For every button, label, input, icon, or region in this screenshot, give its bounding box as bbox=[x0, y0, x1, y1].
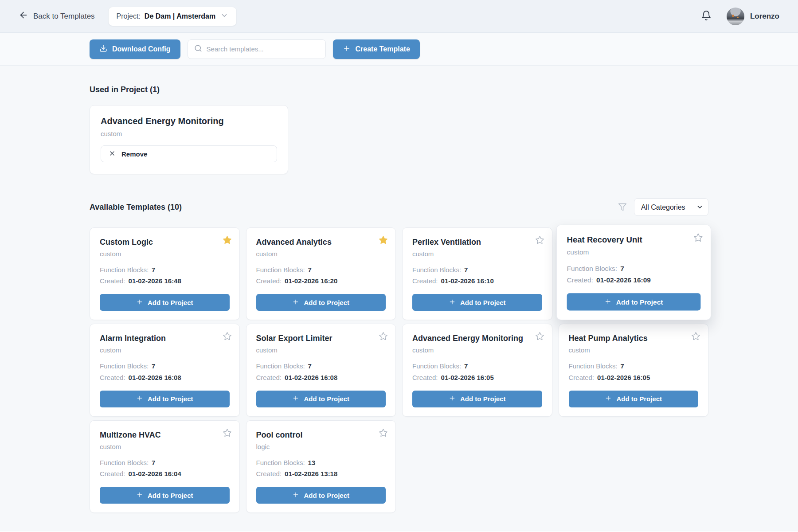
created-row: Created:01-02-2026 16:08 bbox=[256, 372, 386, 383]
plus-icon bbox=[136, 298, 143, 307]
function-blocks-row: Function Blocks:7 bbox=[256, 360, 386, 372]
add-to-project-button[interactable]: Add to Project bbox=[412, 294, 542, 311]
template-card-title: Pool control bbox=[256, 430, 386, 440]
template-card-meta: Function Blocks:7 Created:01-02-2026 16:… bbox=[256, 264, 386, 286]
created-row: Created:01-02-2026 16:08 bbox=[100, 372, 230, 383]
remove-button-label: Remove bbox=[121, 150, 147, 158]
created-row: Created:01-02-2026 16:10 bbox=[412, 275, 542, 286]
download-icon bbox=[99, 44, 107, 54]
template-card: Custom Logic custom Function Blocks:7 Cr… bbox=[90, 227, 240, 320]
template-card-category: custom bbox=[567, 248, 700, 256]
template-card-meta: Function Blocks:7 Created:01-02-2026 16:… bbox=[567, 262, 700, 286]
plus-icon bbox=[292, 491, 299, 500]
template-card-meta: Function Blocks:7 Created:01-02-2026 16:… bbox=[256, 360, 386, 383]
template-card-title: Heat Pump Analytics bbox=[569, 334, 699, 343]
plus-icon bbox=[449, 298, 456, 307]
download-config-label: Download Config bbox=[112, 45, 171, 53]
template-card-category: logic bbox=[256, 443, 386, 450]
category-select[interactable]: All Categories bbox=[634, 198, 708, 216]
user-name: Lorenzo bbox=[750, 12, 779, 21]
plus-icon bbox=[343, 44, 351, 54]
add-to-project-button[interactable]: Add to Project bbox=[567, 293, 700, 311]
add-to-project-button[interactable]: Add to Project bbox=[412, 391, 542, 407]
template-card-meta: Function Blocks:7 Created:01-02-2026 16:… bbox=[100, 264, 230, 286]
created-row: Created:01-02-2026 16:05 bbox=[569, 372, 699, 383]
plus-icon bbox=[604, 297, 611, 306]
plus-icon bbox=[292, 395, 299, 403]
toolbar: Download Config Create Template bbox=[0, 33, 798, 66]
template-card: Alarm Integration custom Function Blocks… bbox=[90, 324, 240, 416]
project-label: Project: bbox=[117, 12, 141, 20]
template-card: Advanced Analytics custom Function Block… bbox=[246, 227, 396, 320]
favorite-star-icon[interactable] bbox=[690, 331, 701, 342]
template-card-meta: Function Blocks:7 Created:01-02-2026 16:… bbox=[412, 264, 542, 286]
project-selector[interactable]: Project: De Dam | Amsterdam bbox=[108, 7, 237, 26]
user-menu[interactable]: Lorenzo bbox=[727, 8, 779, 25]
template-card: Pool control logic Function Blocks:13 Cr… bbox=[246, 420, 396, 513]
favorite-star-icon[interactable] bbox=[222, 427, 233, 438]
favorite-star-icon[interactable] bbox=[378, 235, 389, 246]
add-to-project-label: Add to Project bbox=[148, 492, 193, 499]
function-blocks-row: Function Blocks:7 bbox=[100, 360, 230, 372]
create-template-label: Create Template bbox=[356, 45, 410, 53]
download-config-button[interactable]: Download Config bbox=[90, 39, 180, 59]
available-templates-header: Available Templates (10) All Categories bbox=[90, 198, 708, 216]
main-content: Used in Project (1) Advanced Energy Moni… bbox=[0, 66, 798, 531]
add-to-project-button[interactable]: Add to Project bbox=[256, 294, 386, 311]
template-card-meta: Function Blocks:7 Created:01-02-2026 16:… bbox=[100, 360, 230, 383]
used-card-title: Advanced Energy Monitoring bbox=[101, 116, 277, 126]
add-to-project-label: Add to Project bbox=[148, 395, 193, 403]
favorite-star-icon[interactable] bbox=[378, 331, 389, 342]
template-card-title: Heat Recovery Unit bbox=[567, 235, 700, 245]
template-card: Heat Recovery Unit custom Function Block… bbox=[556, 225, 711, 321]
add-to-project-button[interactable]: Add to Project bbox=[100, 294, 230, 311]
created-row: Created:01-02-2026 16:09 bbox=[567, 274, 700, 286]
search-box bbox=[188, 39, 326, 59]
favorite-star-icon[interactable] bbox=[378, 427, 389, 438]
template-card-title: Advanced Energy Monitoring bbox=[412, 334, 542, 343]
created-row: Created:01-02-2026 13:18 bbox=[256, 468, 386, 479]
notifications-button[interactable] bbox=[701, 10, 712, 23]
add-to-project-button[interactable]: Add to Project bbox=[100, 487, 230, 504]
templates-grid: Custom Logic custom Function Blocks:7 Cr… bbox=[90, 227, 708, 513]
function-blocks-row: Function Blocks:7 bbox=[412, 264, 542, 275]
template-card-category: custom bbox=[256, 250, 386, 258]
template-card: Solar Export Limiter custom Function Blo… bbox=[246, 324, 396, 416]
template-card-category: custom bbox=[100, 250, 230, 258]
add-to-project-label: Add to Project bbox=[616, 395, 662, 403]
search-input[interactable] bbox=[207, 45, 319, 53]
filter-icon bbox=[618, 203, 627, 211]
function-blocks-row: Function Blocks:13 bbox=[256, 457, 386, 468]
favorite-star-icon[interactable] bbox=[534, 331, 545, 342]
favorite-star-icon[interactable] bbox=[222, 235, 233, 246]
template-card-title: Alarm Integration bbox=[100, 334, 230, 343]
bell-icon bbox=[701, 10, 712, 23]
template-card-category: custom bbox=[569, 346, 699, 354]
app-header: Back to Templates Project: De Dam | Amst… bbox=[0, 0, 798, 33]
header-right: Lorenzo bbox=[701, 8, 779, 25]
add-to-project-label: Add to Project bbox=[148, 299, 193, 306]
function-blocks-row: Function Blocks:7 bbox=[256, 264, 386, 275]
remove-from-project-button[interactable]: Remove bbox=[101, 145, 277, 162]
add-to-project-label: Add to Project bbox=[304, 492, 349, 499]
favorite-star-icon[interactable] bbox=[692, 232, 704, 243]
template-card-category: custom bbox=[256, 346, 386, 354]
template-card-meta: Function Blocks:7 Created:01-02-2026 16:… bbox=[412, 360, 542, 383]
create-template-button[interactable]: Create Template bbox=[333, 39, 420, 59]
created-row: Created:01-02-2026 16:48 bbox=[100, 275, 230, 286]
add-to-project-button[interactable]: Add to Project bbox=[100, 391, 230, 407]
used-template-card: Advanced Energy Monitoring custom Remove bbox=[90, 105, 288, 174]
favorite-star-icon[interactable] bbox=[534, 235, 545, 246]
add-to-project-button[interactable]: Add to Project bbox=[569, 391, 699, 407]
back-to-templates-link[interactable]: Back to Templates bbox=[19, 10, 95, 22]
add-to-project-label: Add to Project bbox=[304, 299, 349, 306]
favorite-star-icon[interactable] bbox=[222, 331, 233, 342]
add-to-project-button[interactable]: Add to Project bbox=[256, 391, 386, 407]
created-row: Created:01-02-2026 16:20 bbox=[256, 275, 386, 286]
available-templates-heading: Available Templates (10) bbox=[90, 203, 182, 212]
created-row: Created:01-02-2026 16:04 bbox=[100, 468, 230, 479]
add-to-project-button[interactable]: Add to Project bbox=[256, 487, 386, 504]
project-name: De Dam | Amsterdam bbox=[145, 12, 215, 20]
function-blocks-row: Function Blocks:7 bbox=[567, 262, 700, 274]
template-card-category: custom bbox=[100, 443, 230, 450]
